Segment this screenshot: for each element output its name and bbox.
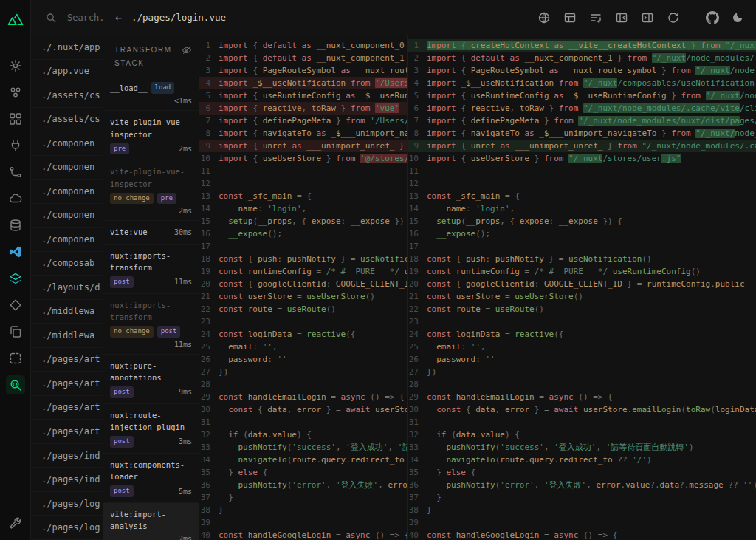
line-number: 13 [199,190,219,202]
line-number: 40 [408,529,427,540]
app-window: Search... ← ./pages/login.vue ./.nuxt/ap… [0,0,756,540]
nuxt-logo-icon[interactable] [6,9,25,28]
transform-stack-item[interactable]: nuxt:route-injection-pluginpost3ms [103,404,199,454]
code-line: 20const { googleClientId: GOOGLE_CLIENT_… [408,278,756,290]
components-icon[interactable] [6,109,25,129]
plugin-name: nuxt:imports-transform [110,250,192,274]
file-list: ./.nuxt/app./app.vue./assets/cs./assets/… [31,35,103,540]
line-wrap-icon[interactable] [589,11,602,24]
transform-stack-list: __load__load<1msvite-plugin-vue-inspecto… [103,77,199,540]
transform-stack-item[interactable]: __load__load<1ms [103,77,199,111]
panel-left-icon[interactable] [615,11,628,24]
code-line: 27}) [408,366,756,378]
file-list-item[interactable]: ./app.vue [31,60,103,84]
line-number: 3 [408,64,427,77]
transform-stack-item[interactable]: nuxt:components-loaderpost5ms [103,454,199,503]
code-line: 5import { useRuntimeConfig as _$__useRun… [408,89,756,102]
file-list-item[interactable]: ./pages/log [31,492,103,516]
settings-icon[interactable] [6,56,25,75]
devtools-layers-icon[interactable] [6,269,25,288]
file-list-item[interactable]: ./componen [31,156,103,180]
transform-stack-item[interactable]: nuxt:imports-transformno changepost11ms [103,294,199,355]
back-button[interactable]: ← [115,11,122,24]
file-list-item[interactable]: ./middlewa [31,300,103,324]
panel-right-icon[interactable] [641,11,654,24]
file-list-item[interactable]: ./pages/ind [31,468,103,492]
inspect-icon[interactable] [6,375,25,394]
transform-stack-item[interactable]: vite:vue30ms [103,221,199,244]
code-line: 29const handleEmailLogin = async () => { [408,391,756,403]
tools-icon[interactable] [6,513,25,533]
diff-pane-before: 1import { default as __nuxt_component_0 … [199,35,408,540]
line-number: 28 [408,378,427,391]
code-line: 8import { navigateTo as _$___unimport_na… [199,127,407,140]
page-title: ./pages/login.vue [131,12,226,23]
virtual-files-icon[interactable] [6,295,25,315]
plugins-icon[interactable] [6,136,25,155]
line-number: 21 [199,290,219,303]
eye-off-icon[interactable] [182,45,192,55]
globe-icon[interactable] [537,11,551,24]
code-line: 13const _sfc_main = { [199,190,407,202]
code-line: 27}) [199,366,407,378]
file-search-input[interactable]: Search... [31,0,103,35]
code-line: 9import { unref as ___unimport_unref_ } … [408,140,756,152]
table-view-icon[interactable] [563,11,577,24]
storage-icon[interactable] [6,216,25,235]
transform-stack-item[interactable]: vite-plugin-vue-inspectorno changepre2ms [103,160,199,221]
code-line: 18const { push: pushNotify } = useNotifi… [199,253,407,265]
transform-stack-item[interactable]: nuxt:imports-transformpost11ms [103,245,199,294]
plugin-time: 2ms [179,535,192,540]
github-icon[interactable] [706,11,719,24]
line-number: 4 [199,77,219,89]
file-list-item[interactable]: ./pages/log [31,516,103,540]
code-line: 16 __expose(); [199,228,407,240]
icon-rail-bottom [6,513,25,533]
line-number: 15 [408,215,427,228]
file-list-item[interactable]: ./pages/art [31,396,103,420]
code-line: 25 email: '', [199,341,407,353]
pipeline-icon[interactable] [6,163,25,182]
plugin-name: nuxt:route-injection-plugin [110,409,192,434]
transform-stack-item[interactable]: vite:import-analysis2ms [103,503,199,540]
dark-mode-toggle-icon[interactable] [732,11,744,24]
file-list-item[interactable]: ./componen [31,228,103,252]
code-line: 35 } else { [199,466,407,479]
file-list-item[interactable]: ./pages/art [31,372,103,396]
plugin-name: __load__ [110,82,148,94]
hosting-icon[interactable] [6,189,25,208]
code-line: 13const _sfc_main = { [408,190,756,202]
code-line: 14 __name: 'login', [199,202,407,215]
code-line: 34 navigateTo(route.query.redirect_to ??… [408,454,756,466]
documents-icon[interactable] [6,322,25,341]
file-list-item[interactable]: ./composab [31,252,103,276]
code-line: 30 const { data, error } = await userSto… [199,403,407,416]
transform-stack-item[interactable]: nuxt:pure-annotationspost9ms [103,355,199,404]
file-list-item[interactable]: ./componen [31,204,103,228]
line-number: 14 [199,202,219,215]
line-number: 3 [199,64,219,77]
file-list-item[interactable]: ./.nuxt/app [31,35,103,60]
file-list-item[interactable]: ./componen [31,131,103,156]
transform-stack-item[interactable]: vite-plugin-vue-inspectorpre2ms [103,111,199,160]
line-number: 7 [199,115,219,127]
line-number: 38 [408,504,427,516]
file-list-item[interactable]: ./pages/art [31,420,103,444]
file-list-item[interactable]: ./pages/ind [31,444,103,468]
terminal-icon[interactable] [6,349,25,368]
file-list-item[interactable]: ./assets/cs [31,108,103,132]
line-number: 20 [408,278,427,290]
file-list-item[interactable]: ./pages/art [31,348,103,372]
file-list-item[interactable]: ./assets/cs [31,83,103,108]
badge-no-change: no change [110,193,154,205]
file-list-item[interactable]: ./middlewa [31,324,103,348]
modules-icon[interactable] [6,83,25,102]
code-line: 19const runtimeConfig = /* #__PURE__ */ … [199,265,407,278]
vscode-icon[interactable] [6,242,25,262]
file-list-item[interactable]: ./componen [31,180,103,204]
file-list-item[interactable]: ./layouts/d [31,276,103,300]
plugin-time: 30ms [174,228,192,236]
code-line: 30 const { data, error } = await userSto… [408,403,756,416]
refresh-icon[interactable] [667,11,680,24]
line-number: 35 [408,466,427,479]
